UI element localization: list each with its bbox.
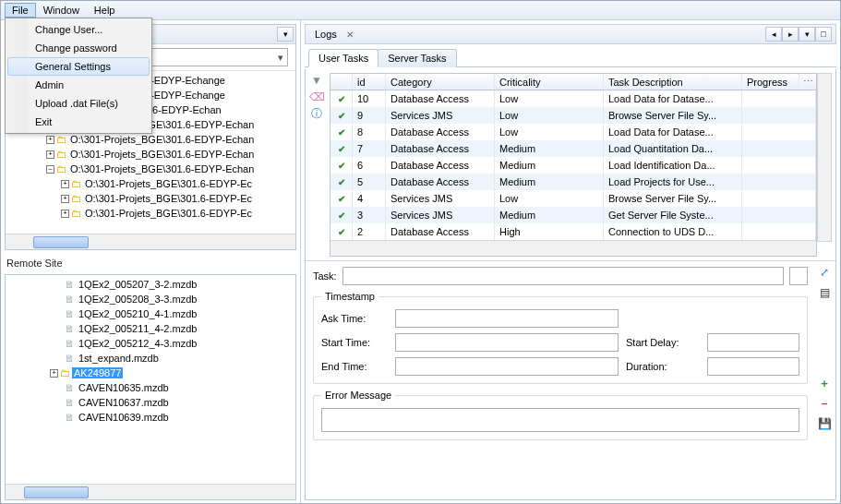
col-criticality[interactable]: Criticality	[495, 74, 604, 90]
filter-icon[interactable]: ▼	[309, 73, 324, 88]
table-row[interactable]: ✔9Services JMSLowBrowse Server File Sy..…	[330, 107, 816, 124]
table-row[interactable]: ✔6Database AccessMediumLoad Identificati…	[330, 157, 816, 174]
col-id[interactable]: id	[353, 74, 386, 90]
ask-time-field[interactable]	[395, 309, 619, 328]
cell-id: 4	[353, 190, 386, 207]
cell-id: 2	[353, 223, 386, 240]
col-description[interactable]: Task Description	[604, 74, 742, 90]
file-label[interactable]: 1QEx2_005212_4-3.mzdb	[77, 338, 198, 349]
table-row[interactable]: ✔8Database AccessLowLoad Data for Datase…	[330, 124, 816, 140]
menu-item-change-password[interactable]: Change password	[7, 39, 150, 57]
hscrollbar[interactable]	[6, 484, 295, 499]
cell-criticality: Medium	[495, 207, 604, 223]
folder-label-selected[interactable]: AK249877	[72, 367, 123, 378]
remote-tree[interactable]: 🗎1QEx2_005207_3-2.mzdb 🗎1QEx2_005208_3-3…	[6, 275, 295, 484]
expand-icon[interactable]: +	[46, 136, 54, 144]
file-label[interactable]: 1QEx2_005208_3-3.mzdb	[77, 294, 198, 305]
file-label[interactable]: CAVEN10639.mzdb	[77, 412, 171, 423]
close-icon[interactable]: ✕	[346, 30, 354, 40]
panel-menu-button[interactable]: ▾	[277, 27, 294, 42]
folder-label[interactable]: O:\301-Projets_BGE\301.6-EDYP-Echan	[68, 149, 256, 160]
menu-file[interactable]: File	[5, 3, 36, 18]
file-label[interactable]: CAVEN10635.mzdb	[77, 382, 171, 393]
tab-server-tasks[interactable]: Server Tasks	[378, 49, 456, 67]
logs-panel-title[interactable]: Logs	[309, 27, 342, 42]
hscrollbar[interactable]	[6, 234, 295, 249]
cell-description: Connection to UDS D...	[604, 223, 742, 240]
expand-icon[interactable]: +	[50, 369, 58, 378]
end-time-field[interactable]	[395, 357, 619, 376]
table-row[interactable]: ✔4Services JMSLowBrowse Server File Sy..…	[330, 190, 816, 207]
menu-item-upload-dat[interactable]: Upload .dat File(s)	[7, 94, 150, 113]
cell-progress	[742, 157, 816, 174]
col-settings-icon[interactable]: ⋯	[799, 74, 816, 90]
table-row[interactable]: ✔2Database AccessHighConnection to UDS D…	[330, 223, 816, 240]
start-time-field[interactable]	[395, 333, 619, 352]
cell-progress	[742, 90, 816, 107]
file-label[interactable]: 1QEx2_005210_4-1.mzdb	[77, 308, 198, 319]
table-row[interactable]: ✔3Services JMSMediumGet Server File Syst…	[330, 207, 816, 223]
clear-icon[interactable]: ⌫	[309, 90, 324, 104]
remote-site-label: Remote Site	[5, 254, 296, 270]
expand-icon[interactable]: +	[61, 180, 69, 188]
cell-category: Database Access	[386, 124, 495, 140]
error-field[interactable]	[321, 408, 799, 432]
expand-icon[interactable]: ⤢	[817, 265, 832, 280]
cell-progress	[742, 207, 816, 223]
tab-user-tasks[interactable]: User Tasks	[308, 49, 378, 67]
check-icon: ✔	[338, 94, 345, 104]
file-label[interactable]: 1QEx2_005207_3-2.mzdb	[77, 279, 198, 290]
col-progress[interactable]: Progress	[742, 74, 799, 90]
table-row[interactable]: ✔7Database AccessMediumLoad Quantitation…	[330, 140, 816, 157]
expand-icon[interactable]: +	[46, 150, 54, 159]
folder-label[interactable]: O:\301-Projets_BGE\301.6-EDYP-Ec	[83, 178, 254, 189]
cell-category: Database Access	[386, 174, 495, 190]
task-field[interactable]	[342, 267, 784, 285]
menu-window[interactable]: Window	[36, 3, 87, 18]
table-hscrollbar[interactable]	[330, 240, 816, 256]
file-label[interactable]: CAVEN10637.mzdb	[77, 397, 171, 408]
table-row[interactable]: ✔10Database AccessLowLoad Data for Datas…	[330, 90, 816, 107]
cell-progress	[742, 223, 816, 240]
save-icon[interactable]: 💾	[817, 416, 832, 431]
remove-icon[interactable]: －	[817, 396, 832, 411]
folder-label[interactable]: O:\301-Projets_BGE\301.6-EDYP-Echan	[68, 134, 256, 145]
folder-label[interactable]: O:\301-Projets_BGE\301.6-EDYP-Echan	[68, 163, 256, 174]
maximize-button[interactable]: □	[815, 27, 832, 42]
menu-help[interactable]: Help	[87, 3, 123, 18]
duration-field[interactable]	[707, 357, 799, 376]
task-button[interactable]	[789, 267, 808, 285]
start-delay-field[interactable]	[707, 333, 799, 352]
collapse-icon[interactable]: –	[46, 165, 54, 174]
nav-next-button[interactable]: ▸	[782, 27, 799, 42]
cell-id: 8	[353, 124, 386, 140]
folder-label[interactable]: O:\301-Projets_BGE\301.6-EDYP-Ec	[83, 193, 254, 204]
error-fieldset: Error Message	[313, 390, 808, 440]
cell-category: Services JMS	[386, 107, 495, 124]
expand-icon[interactable]: +	[61, 210, 69, 218]
cell-criticality: High	[495, 223, 604, 240]
panel-menu-button[interactable]: ▾	[799, 27, 815, 42]
info-icon[interactable]: ⓘ	[309, 106, 324, 121]
add-icon[interactable]: ＋	[817, 376, 832, 390]
col-category[interactable]: Category	[386, 74, 495, 90]
cell-description: Load Projects for Use...	[604, 174, 742, 190]
expand-icon[interactable]: +	[61, 195, 69, 203]
folder-icon: 🗀	[56, 134, 66, 145]
cell-category: Services JMS	[386, 190, 495, 207]
menu-item-general-settings[interactable]: General Settings	[7, 57, 150, 76]
file-label[interactable]: 1st_expand.mzdb	[77, 353, 161, 364]
cell-criticality: Low	[495, 124, 604, 140]
menu-item-exit[interactable]: Exit	[7, 113, 150, 131]
table-vscrollbar[interactable]	[817, 73, 832, 242]
menu-item-change-user[interactable]: Change User...	[7, 20, 150, 39]
menu-item-admin[interactable]: Admin	[7, 76, 150, 94]
export-icon[interactable]: ▤	[817, 285, 832, 300]
table-row[interactable]: ✔5Database AccessMediumLoad Projects for…	[330, 174, 816, 190]
folder-label[interactable]: O:\301-Projets_BGE\301.6-EDYP-Ec	[83, 208, 254, 219]
end-time-label: End Time:	[321, 361, 388, 372]
nav-prev-button[interactable]: ◂	[765, 27, 782, 42]
check-icon: ✔	[338, 111, 345, 121]
cell-category: Database Access	[386, 90, 495, 107]
file-label[interactable]: 1QEx2_005211_4-2.mzdb	[77, 323, 198, 334]
